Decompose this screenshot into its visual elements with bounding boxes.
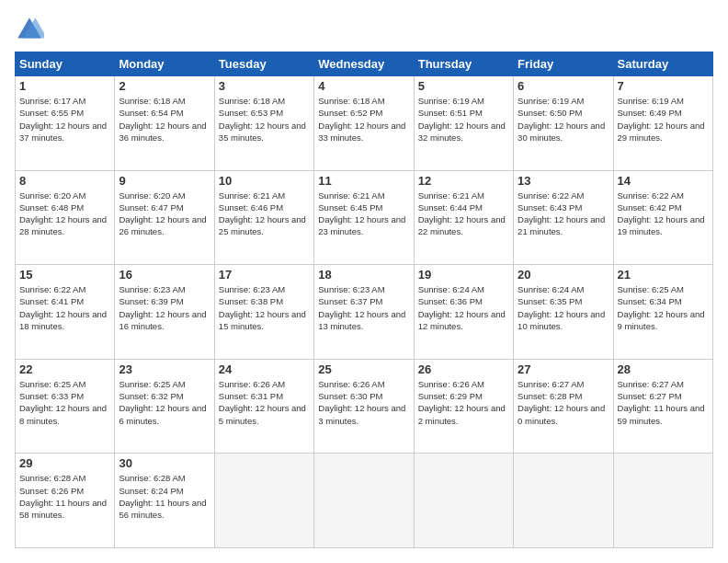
day-info: Sunrise: 6:27 AM Sunset: 6:27 PM Dayligh… — [618, 378, 709, 427]
daylight-label: Daylight: 12 hours and 29 minutes. — [618, 121, 705, 143]
daylight-label: Daylight: 12 hours and 19 minutes. — [618, 214, 705, 236]
sunset-label: Sunset: 6:42 PM — [618, 202, 682, 213]
sunset-label: Sunset: 6:55 PM — [19, 108, 84, 118]
day-info: Sunrise: 6:22 AM Sunset: 6:42 PM Dayligh… — [618, 190, 709, 238]
day-info: Sunrise: 6:22 AM Sunset: 6:41 PM Dayligh… — [19, 283, 110, 332]
day-number: 21 — [618, 268, 709, 282]
day-info: Sunrise: 6:21 AM Sunset: 6:46 PM Dayligh… — [219, 190, 310, 238]
day-number: 2 — [119, 79, 210, 93]
calendar-week-row: 8 Sunrise: 6:20 AM Sunset: 6:48 PM Dayli… — [16, 170, 713, 265]
sunrise-label: Sunrise: 6:25 AM — [119, 379, 185, 389]
day-number: 12 — [418, 174, 509, 188]
day-number: 24 — [219, 362, 310, 376]
daylight-label: Daylight: 12 hours and 8 minutes. — [19, 403, 107, 425]
day-info: Sunrise: 6:27 AM Sunset: 6:28 PM Dayligh… — [518, 378, 609, 427]
calendar-day-cell: 6 Sunrise: 6:19 AM Sunset: 6:50 PM Dayli… — [514, 76, 613, 171]
day-number: 30 — [119, 456, 210, 470]
day-number: 25 — [318, 362, 409, 376]
calendar-table: Sunday Monday Tuesday Wednesday Thursday… — [15, 52, 713, 548]
daylight-label: Daylight: 12 hours and 23 minutes. — [318, 214, 405, 236]
day-number: 13 — [518, 174, 609, 188]
sunset-label: Sunset: 6:46 PM — [219, 202, 283, 213]
day-number: 7 — [618, 79, 709, 93]
sunrise-label: Sunrise: 6:23 AM — [318, 284, 384, 294]
calendar-week-row: 29 Sunrise: 6:28 AM Sunset: 6:26 PM Dayl… — [16, 454, 713, 548]
daylight-label: Daylight: 12 hours and 26 minutes. — [119, 214, 206, 236]
day-number: 3 — [219, 79, 310, 93]
col-wednesday: Wednesday — [314, 52, 414, 76]
calendar-day-cell: 10 Sunrise: 6:21 AM Sunset: 6:46 PM Dayl… — [214, 170, 313, 265]
sunset-label: Sunset: 6:51 PM — [418, 108, 483, 118]
calendar-day-cell: 5 Sunrise: 6:19 AM Sunset: 6:51 PM Dayli… — [414, 76, 513, 171]
sunset-label: Sunset: 6:30 PM — [318, 391, 382, 401]
calendar-day-cell: 27 Sunrise: 6:27 AM Sunset: 6:28 PM Dayl… — [514, 359, 613, 454]
sunset-label: Sunset: 6:43 PM — [518, 202, 582, 213]
sunset-label: Sunset: 6:37 PM — [318, 296, 382, 306]
sunset-label: Sunset: 6:39 PM — [119, 296, 183, 306]
daylight-label: Daylight: 12 hours and 22 minutes. — [418, 214, 506, 236]
logo — [15, 15, 48, 44]
sunrise-label: Sunrise: 6:27 AM — [618, 379, 684, 389]
day-number: 6 — [518, 79, 609, 93]
day-info: Sunrise: 6:18 AM Sunset: 6:54 PM Dayligh… — [119, 95, 210, 144]
day-number: 23 — [119, 362, 210, 376]
sunset-label: Sunset: 6:44 PM — [418, 202, 483, 213]
day-info: Sunrise: 6:25 AM Sunset: 6:33 PM Dayligh… — [19, 378, 110, 427]
day-number: 8 — [19, 174, 110, 188]
calendar-day-cell: 12 Sunrise: 6:21 AM Sunset: 6:44 PM Dayl… — [414, 170, 513, 265]
sunrise-label: Sunrise: 6:18 AM — [119, 96, 185, 106]
sunrise-label: Sunrise: 6:26 AM — [318, 379, 384, 389]
day-number: 4 — [318, 79, 409, 93]
daylight-label: Daylight: 12 hours and 6 minutes. — [119, 403, 206, 425]
day-number: 27 — [518, 362, 609, 376]
day-number: 1 — [19, 79, 110, 93]
calendar-day-cell: 2 Sunrise: 6:18 AM Sunset: 6:54 PM Dayli… — [115, 76, 214, 171]
day-info: Sunrise: 6:22 AM Sunset: 6:43 PM Dayligh… — [518, 190, 609, 238]
sunset-label: Sunset: 6:48 PM — [19, 202, 84, 213]
calendar-day-cell: 19 Sunrise: 6:24 AM Sunset: 6:36 PM Dayl… — [414, 265, 513, 360]
daylight-label: Daylight: 12 hours and 0 minutes. — [518, 403, 605, 425]
sunset-label: Sunset: 6:49 PM — [618, 108, 682, 118]
sunrise-label: Sunrise: 6:22 AM — [19, 284, 85, 294]
calendar-week-row: 22 Sunrise: 6:25 AM Sunset: 6:33 PM Dayl… — [16, 359, 713, 454]
calendar-day-cell: 21 Sunrise: 6:25 AM Sunset: 6:34 PM Dayl… — [613, 265, 712, 360]
calendar-day-cell: 14 Sunrise: 6:22 AM Sunset: 6:42 PM Dayl… — [613, 170, 712, 265]
sunset-label: Sunset: 6:52 PM — [318, 108, 382, 118]
day-info: Sunrise: 6:21 AM Sunset: 6:45 PM Dayligh… — [318, 190, 409, 238]
daylight-label: Daylight: 12 hours and 35 minutes. — [219, 121, 306, 143]
day-info: Sunrise: 6:21 AM Sunset: 6:44 PM Dayligh… — [418, 190, 509, 238]
daylight-label: Daylight: 11 hours and 59 minutes. — [618, 403, 705, 425]
daylight-label: Daylight: 12 hours and 15 minutes. — [219, 309, 306, 331]
calendar-header-row: Sunday Monday Tuesday Wednesday Thursday… — [16, 52, 713, 76]
col-tuesday: Tuesday — [214, 52, 313, 76]
day-info: Sunrise: 6:23 AM Sunset: 6:38 PM Dayligh… — [219, 283, 310, 332]
sunrise-label: Sunrise: 6:27 AM — [518, 379, 584, 389]
page-header — [15, 15, 713, 44]
daylight-label: Daylight: 12 hours and 32 minutes. — [418, 121, 506, 143]
sunset-label: Sunset: 6:53 PM — [219, 108, 283, 118]
sunrise-label: Sunrise: 6:20 AM — [119, 190, 185, 201]
day-number: 11 — [318, 174, 409, 188]
day-info: Sunrise: 6:19 AM Sunset: 6:49 PM Dayligh… — [618, 95, 709, 144]
calendar-day-cell: 29 Sunrise: 6:28 AM Sunset: 6:26 PM Dayl… — [16, 454, 115, 548]
sunrise-label: Sunrise: 6:19 AM — [618, 96, 684, 106]
day-number: 29 — [19, 456, 110, 470]
sunset-label: Sunset: 6:28 PM — [518, 391, 582, 401]
calendar-day-cell — [613, 454, 712, 548]
day-info: Sunrise: 6:23 AM Sunset: 6:37 PM Dayligh… — [318, 283, 409, 332]
daylight-label: Daylight: 12 hours and 5 minutes. — [219, 403, 306, 425]
col-saturday: Saturday — [613, 52, 712, 76]
sunset-label: Sunset: 6:29 PM — [418, 391, 483, 401]
daylight-label: Daylight: 12 hours and 9 minutes. — [618, 309, 705, 331]
calendar-day-cell: 18 Sunrise: 6:23 AM Sunset: 6:37 PM Dayl… — [314, 265, 414, 360]
calendar-day-cell — [414, 454, 513, 548]
calendar-day-cell: 16 Sunrise: 6:23 AM Sunset: 6:39 PM Dayl… — [115, 265, 214, 360]
sunrise-label: Sunrise: 6:25 AM — [618, 284, 684, 294]
sunset-label: Sunset: 6:47 PM — [119, 202, 183, 213]
day-info: Sunrise: 6:18 AM Sunset: 6:53 PM Dayligh… — [219, 95, 310, 144]
daylight-label: Daylight: 11 hours and 58 minutes. — [19, 498, 107, 520]
calendar-day-cell: 25 Sunrise: 6:26 AM Sunset: 6:30 PM Dayl… — [314, 359, 414, 454]
calendar-week-row: 1 Sunrise: 6:17 AM Sunset: 6:55 PM Dayli… — [16, 76, 713, 171]
day-number: 18 — [318, 268, 409, 282]
sunrise-label: Sunrise: 6:23 AM — [219, 284, 285, 294]
